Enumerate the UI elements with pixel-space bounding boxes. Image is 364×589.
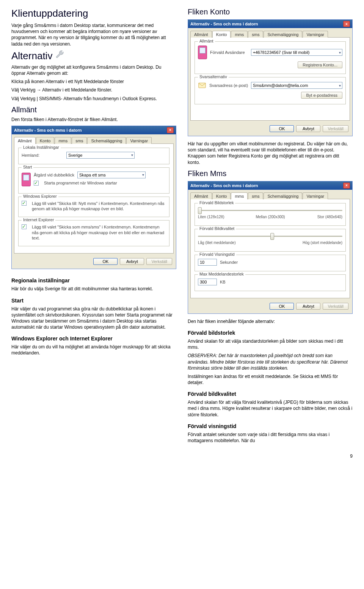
apply-button[interactable]: Verkställ bbox=[146, 258, 172, 265]
alt-p1: Alternativ ger dig möjlighet att konfigu… bbox=[11, 64, 176, 76]
tab-schema[interactable]: Schemaläggning bbox=[264, 31, 302, 38]
size-label-large: Stor (480x640) bbox=[317, 215, 342, 219]
label-winexplorer: Lägg till valet "Skicka till: Nytt mms" … bbox=[32, 201, 166, 212]
apply-button[interactable]: Verkställ bbox=[323, 125, 348, 132]
close-icon[interactable]: × bbox=[343, 21, 350, 27]
heading-bildstorlek: Förvald bildstorlek bbox=[188, 330, 353, 336]
select-sender[interactable]: +46781234567 (Svar till mobil) bbox=[251, 49, 342, 56]
checkbox-startup[interactable] bbox=[34, 181, 39, 186]
size-label-medium: Mellan (200x300) bbox=[256, 215, 285, 219]
legend-reply: Svarsalternativ bbox=[198, 74, 229, 79]
dialog-allmant: Alternativ - Sms och mms i datorn × Allm… bbox=[11, 126, 176, 269]
tab-strip-konto: Allmänt Konto mms sms Schemaläggning Var… bbox=[188, 28, 352, 37]
ok-button[interactable]: OK bbox=[93, 258, 118, 265]
heading-konto: Fliken Konto bbox=[188, 8, 353, 16]
input-maxsize[interactable]: 300 bbox=[198, 279, 217, 285]
close-icon[interactable]: × bbox=[167, 127, 174, 133]
dialog-title-mms: Alternativ - Sms och mms i datorn bbox=[190, 183, 258, 188]
tab-konto[interactable]: Konto bbox=[212, 192, 231, 199]
dialog-titlebar-konto: Alternativ - Sms och mms i datorn × bbox=[188, 20, 352, 28]
group-quality: Förvald Bildkvalitet Låg (litet meddelan… bbox=[195, 229, 346, 252]
legend-size: Förvald Bildstorlek bbox=[198, 200, 235, 205]
select-doubleclick[interactable]: Skapa ett sms bbox=[77, 172, 146, 178]
tab-mms[interactable]: mms bbox=[55, 137, 71, 144]
group-start: Start Åtgärd vid dubbelklick Skapa ett s… bbox=[18, 167, 169, 194]
heading-klientuppdatering: Klientuppdatering bbox=[11, 8, 176, 19]
ok-button[interactable]: OK bbox=[270, 303, 294, 310]
ok-button[interactable]: OK bbox=[270, 125, 294, 132]
group-reply: Svarsalternativ Svarsadress (e-post) Sms… bbox=[195, 77, 346, 104]
heading-explorer: Windows Explorer och Internet Explorer bbox=[11, 335, 176, 342]
label-startup: Starta programmet när Windows startar bbox=[44, 181, 117, 185]
dialog-footer: OK Avbryt Verkställ bbox=[12, 256, 176, 269]
close-icon[interactable]: × bbox=[343, 183, 350, 189]
tab-strip: Allmänt Konto mms sms Schemaläggning Var… bbox=[12, 134, 176, 143]
heading-visning: Förvald visningstid bbox=[188, 423, 353, 429]
tab-varningar[interactable]: Varningar bbox=[303, 192, 328, 199]
svg-rect-0 bbox=[199, 83, 206, 88]
change-email-button[interactable]: Byt e-postadress bbox=[301, 92, 342, 99]
tab-schema[interactable]: Schemaläggning bbox=[87, 137, 126, 144]
bildstorlek-obs: OBSERVERA: Det här är maxstorleken på pi… bbox=[188, 353, 353, 371]
label-homeland: Hemland: bbox=[22, 153, 63, 157]
regionala-p: Här bör du välja Sverige för att ditt mo… bbox=[11, 286, 176, 292]
register-account-button[interactable]: Registrera Konto... bbox=[298, 61, 342, 68]
checkbox-winexplorer[interactable] bbox=[22, 201, 27, 206]
cancel-button[interactable]: Avbryt bbox=[296, 303, 320, 310]
start-p: Här väljer du vad programmet ska göra nä… bbox=[11, 306, 176, 331]
heading-alternativ-text: Alternativ bbox=[11, 50, 52, 62]
dialog-title-konto: Alternativ - Sms och mms i datorn bbox=[190, 22, 258, 26]
tab-allmant[interactable]: Allmänt bbox=[14, 137, 36, 144]
dialog-title: Alternativ - Sms och mms i datorn bbox=[14, 128, 82, 132]
group-ie: Internet Explorer Lägg till valet "Skick… bbox=[18, 220, 169, 246]
slider-quality[interactable]: Låg (litet meddelande) Hög (stort meddel… bbox=[198, 233, 342, 240]
legend-maxsize: Max Meddelandestorlek bbox=[198, 272, 245, 276]
tab-varningar[interactable]: Varningar bbox=[303, 31, 328, 38]
legend-allmant-k: Allmänt bbox=[198, 39, 215, 43]
heading-allmant: Allmänt bbox=[11, 106, 176, 114]
checkbox-ie[interactable] bbox=[22, 224, 27, 229]
tab-varningar[interactable]: Varningar bbox=[126, 137, 152, 144]
select-reply[interactable]: Sms&mm@datorn@telia.com bbox=[251, 82, 342, 89]
tab-schema[interactable]: Schemaläggning bbox=[264, 192, 302, 199]
heading-regionala: Regionala inställningar bbox=[11, 277, 176, 283]
group-allmant: Allmänt Förvald Avsändare +46781234567 (… bbox=[195, 41, 346, 74]
tab-allmant[interactable]: Allmänt bbox=[190, 192, 212, 199]
label-doubleclick: Åtgärd vid dubbelklick bbox=[34, 173, 74, 177]
slider-size[interactable]: Liten (128x128) Mellan (200x300) Stor (4… bbox=[198, 207, 342, 214]
tab-mms[interactable]: mms bbox=[231, 31, 248, 38]
dialog-konto: Alternativ - Sms och mms i datorn × Allm… bbox=[188, 19, 353, 136]
tab-konto[interactable]: Konto bbox=[36, 137, 55, 144]
size-label-small: Liten (128x128) bbox=[198, 215, 224, 219]
dialog-mms: Alternativ - Sms och mms i datorn × Allm… bbox=[188, 181, 353, 314]
select-homeland[interactable]: Sverige bbox=[66, 152, 135, 159]
apply-button[interactable]: Verkställ bbox=[323, 303, 348, 310]
phone-icon bbox=[22, 173, 31, 186]
heading-mms: Fliken Mms bbox=[188, 169, 353, 178]
alt-p3: Välj Verktyg → Alternativ i ett Meddelan… bbox=[11, 87, 176, 93]
group-maxsize: Max Meddelandestorlek 300 KB bbox=[195, 274, 346, 291]
legend-local: Lokala Inställningar bbox=[22, 145, 61, 150]
group-size: Förvald Bildstorlek Liten (128x128) Mell… bbox=[195, 203, 346, 226]
tab-sms[interactable]: sms bbox=[72, 137, 87, 144]
dialog-footer-mms: OK Avbryt Verkställ bbox=[188, 301, 352, 313]
label-kb: KB bbox=[220, 280, 226, 284]
allmant-intro: Den första fliken i Alternativ-fönstret … bbox=[11, 117, 176, 123]
tab-sms[interactable]: sms bbox=[248, 192, 263, 199]
phone-icon bbox=[198, 46, 207, 59]
tab-allmant[interactable]: Allmänt bbox=[190, 31, 212, 38]
alt-p2: Klicka på ikonen Alternativ i ett Nytt M… bbox=[11, 79, 176, 85]
tab-mms[interactable]: mms bbox=[231, 192, 248, 199]
cancel-button[interactable]: Avbryt bbox=[120, 258, 144, 265]
bildkvalitet-p: Använd skalan för att välja förvald kval… bbox=[188, 399, 353, 418]
cancel-button[interactable]: Avbryt bbox=[296, 125, 320, 132]
legend-quality: Förvald Bildkvalitet bbox=[198, 226, 236, 231]
dialog-footer-konto: OK Avbryt Verkställ bbox=[188, 123, 352, 136]
explorer-p: Här väljer du om du vill ha möjlighet at… bbox=[11, 344, 176, 356]
tab-sms[interactable]: sms bbox=[248, 31, 263, 38]
konto-paragraph: Här har du uppgifter om vilket mobilnumm… bbox=[188, 141, 353, 165]
tab-konto[interactable]: Konto bbox=[212, 31, 231, 38]
input-viewtime[interactable]: 10 bbox=[198, 259, 217, 266]
legend-viewtime: Förvald Visningstid bbox=[198, 252, 236, 257]
visning-p: Förvalt antalet sekunder som varje sida … bbox=[188, 432, 353, 444]
